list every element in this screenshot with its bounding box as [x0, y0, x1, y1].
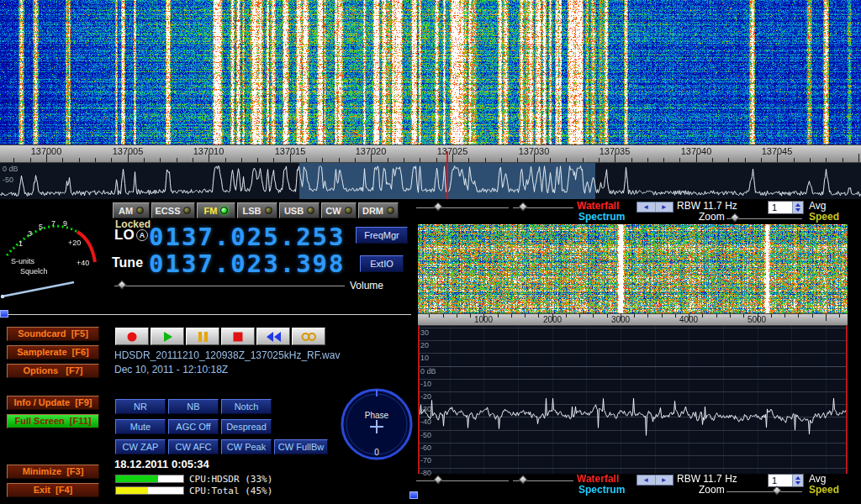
cw-zap-button[interactable]: CW ZAP	[115, 439, 166, 454]
freqmgr-button[interactable]: FreqMgr	[356, 227, 408, 244]
rf-scale-label: 137030	[509, 146, 559, 156]
audio-spectrum-display[interactable]	[418, 326, 848, 474]
nr-button[interactable]: NR	[115, 399, 166, 414]
cw-peak-button[interactable]: CW Peak	[221, 439, 272, 454]
despread-button[interactable]: Despread	[221, 419, 272, 434]
pan-left-button[interactable]: ◄	[637, 202, 655, 212]
audio-waterfall-display[interactable]	[418, 224, 848, 313]
record-button[interactable]	[115, 328, 149, 345]
avg-select-top[interactable]: 1	[768, 201, 804, 214]
cpu-total-bar	[115, 486, 184, 495]
zoom-slider-top[interactable]	[726, 213, 802, 223]
smeter-units-label: S-units	[11, 257, 35, 265]
spectrum-tab-top[interactable]: Spectrum	[578, 212, 625, 223]
pause-button[interactable]	[186, 328, 219, 345]
slider-handle[interactable]	[772, 486, 781, 495]
smeter-tick: 1	[18, 239, 23, 248]
recording-filename: HDSDR_20111210_120938Z_137025kHz_RF.wav	[114, 349, 340, 361]
rf-scale-label: 137010	[183, 146, 234, 156]
volume-slider-handle[interactable]	[117, 280, 126, 289]
mute-button[interactable]: Mute	[115, 419, 166, 434]
s-meter[interactable]: 1 3 5 7 9 +20 +40 S-units Squelch	[0, 202, 111, 312]
mode-ecss-label: ECSS	[156, 206, 181, 216]
mode-button-cw[interactable]: CW	[321, 202, 357, 218]
audio-db-label: -70	[420, 456, 431, 465]
lo-frequency-display[interactable]: 0137.025.253	[149, 225, 346, 249]
avg-value: 1	[769, 202, 792, 213]
sidebar-button-exit[interactable]: Exit [F4]	[7, 483, 99, 497]
sidebar-button-info-update[interactable]: Info / Update [F9]	[7, 396, 99, 410]
mode-button-drm[interactable]: DRM	[358, 202, 399, 218]
audio-scale-label: 1000	[465, 315, 502, 324]
rf-spectrum-display[interactable]	[0, 163, 861, 199]
pan-right-button[interactable]: ►	[655, 202, 673, 212]
volume-slider[interactable]	[114, 281, 345, 290]
audio-db-label: 0 dB	[420, 367, 436, 375]
spinner-arrows-icon[interactable]	[792, 475, 803, 486]
audio-frequency-scale[interactable]: 1000 2000 3000 4000 5000	[418, 313, 848, 326]
spinner-arrows-icon[interactable]	[792, 202, 803, 213]
slider-handle[interactable]	[433, 475, 442, 484]
slider-track	[416, 207, 509, 208]
notch-button[interactable]: Notch	[221, 399, 272, 414]
squelch-slider-handle[interactable]	[0, 310, 8, 318]
waterfall-contrast-slider-bottom[interactable]	[513, 475, 573, 485]
sidebar-button-fullscreen[interactable]: Full Screen [F11]	[7, 414, 99, 428]
rewind-icon	[264, 331, 283, 343]
loop-button[interactable]	[292, 328, 325, 345]
smeter-tick: 3	[28, 229, 32, 238]
rf-waterfall-display[interactable]	[0, 0, 861, 144]
cw-fullbw-button[interactable]: CW FullBw	[274, 439, 328, 454]
sidebar-button-minimize[interactable]: Minimize [F3]	[7, 465, 99, 479]
avg-select-bottom[interactable]: 1	[768, 474, 804, 487]
stop-icon	[229, 331, 247, 343]
nb-button[interactable]: NB	[168, 399, 219, 414]
pan-left-button[interactable]: ◄	[637, 475, 655, 485]
zoom-slider-bottom[interactable]	[726, 486, 802, 496]
rf-scale-label: 137045	[752, 146, 802, 156]
slider-handle[interactable]	[433, 202, 442, 211]
squelch-slider[interactable]	[0, 310, 411, 319]
sidebar-button-samplerate[interactable]: Samplerate [F6]	[7, 345, 99, 360]
slider-handle[interactable]	[518, 202, 527, 211]
audio-scale-label: 3000	[602, 315, 639, 324]
sidebar-button-options[interactable]: Options [F7]	[7, 364, 99, 378]
slider-track	[416, 480, 509, 481]
cw-afc-button[interactable]: CW AFC	[168, 439, 219, 454]
mode-button-fm[interactable]: FM	[197, 202, 235, 218]
usb-led-icon	[307, 207, 314, 214]
mode-button-am[interactable]: AM	[113, 202, 150, 218]
lo-sync-badge[interactable]: A	[136, 229, 148, 241]
sidebar-button-soundcard[interactable]: Soundcard [F5]	[7, 327, 99, 341]
zoom-label-bottom: Zoom	[699, 485, 725, 496]
tune-frequency-display[interactable]: 0137.023.398	[149, 252, 346, 276]
cpu-hdsdr-bar	[115, 475, 184, 483]
smeter-red-arc	[77, 232, 95, 262]
mode-button-usb[interactable]: USB	[279, 202, 320, 218]
waterfall-brightness-slider-bottom[interactable]	[416, 475, 509, 485]
mode-button-ecss[interactable]: ECSS	[151, 202, 195, 218]
slider-handle[interactable]	[730, 213, 739, 222]
spectrum-tab-bottom[interactable]: Spectrum	[578, 485, 625, 496]
cpu-total-text: CPU:Total (45%)	[189, 486, 272, 496]
mode-drm-label: DRM	[362, 206, 383, 216]
mode-lsb-label: LSB	[243, 206, 261, 216]
extio-button[interactable]: ExtIO	[360, 255, 404, 272]
slider-handle[interactable]	[518, 475, 527, 484]
pan-right-button[interactable]: ►	[655, 475, 673, 485]
waterfall-brightness-slider-top[interactable]	[416, 202, 509, 212]
stop-button[interactable]	[221, 328, 255, 345]
display-control-strip-bottom: Waterfall ◄ ► RBW 11.7 Hz 1 Avg Spectrum…	[412, 474, 861, 497]
mode-usb-label: USB	[284, 206, 304, 216]
audio-db-label: 10	[420, 354, 429, 362]
play-button[interactable]	[151, 328, 184, 345]
phase-value: 0	[374, 448, 379, 457]
mode-button-lsb[interactable]: LSB	[237, 202, 277, 218]
volume-slider-track	[114, 285, 345, 286]
waterfall-contrast-slider-top[interactable]	[513, 202, 573, 212]
hdsdr-window: 137000 137005 137010 137015 137020 13702…	[0, 0, 861, 504]
display-control-strip-top: Waterfall ◄ ► RBW 11.7 Hz 1 Avg Spectrum…	[412, 201, 861, 224]
rewind-button[interactable]	[256, 328, 290, 345]
rf-frequency-scale[interactable]: 137000 137005 137010 137015 137020 13702…	[0, 144, 861, 163]
agc-off-button[interactable]: AGC Off	[168, 419, 219, 434]
